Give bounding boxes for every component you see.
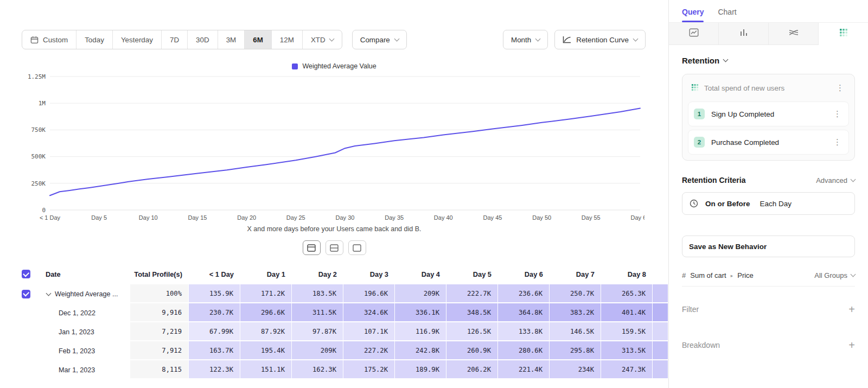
retention-value-cell: 209K	[395, 284, 446, 303]
column-header-total[interactable]: Total Profile(s)	[130, 264, 189, 284]
row-checkbox[interactable]	[22, 290, 30, 298]
range-12m[interactable]: 12M	[272, 30, 303, 49]
range-7d[interactable]: 7D	[162, 30, 188, 49]
metrics-chart-icon	[689, 28, 699, 39]
table-row: Feb 1, 20237,912163.7K195.4K209K227.2K24…	[0, 341, 668, 360]
x-axis-tick: Day 30	[336, 214, 355, 221]
measurement-property-row[interactable]: # Sum of cart ▸ Price All Groups	[682, 265, 855, 287]
column-header-day[interactable]: Day 8	[601, 264, 653, 284]
chart-type-button[interactable]: Retention Curve	[554, 30, 646, 49]
x-axis-tick: Day 25	[286, 214, 305, 221]
retention-section-header[interactable]: Retention	[682, 56, 855, 65]
date-range-control: CustomTodayYesterday7D30D3M6M12MXTD	[22, 30, 342, 49]
total-profiles-cell: 7,219	[130, 322, 189, 341]
x-axis-tick: Day 45	[483, 214, 502, 221]
row-label[interactable]: Feb 1, 2023	[46, 341, 130, 360]
range-xtd[interactable]: XTD	[303, 30, 342, 49]
expand-chevron-icon[interactable]	[46, 290, 52, 296]
x-axis-tick: Day 60	[631, 214, 644, 221]
retention-value-cell: 116.9K	[395, 322, 446, 341]
row-label[interactable]: Dec 1, 2022	[46, 303, 130, 322]
save-as-new-behavior-button[interactable]: Save as New Behavior	[682, 236, 855, 257]
retention-value-cell-clipped	[653, 303, 668, 322]
spacer	[0, 284, 22, 303]
column-header-day[interactable]: Day 2	[292, 264, 343, 284]
chart-type-tabs	[669, 22, 868, 45]
column-header-day[interactable]: Day 5	[446, 264, 498, 284]
table-row: Dec 1, 20229,916230.7K296.6K311.5K324.6K…	[0, 303, 668, 322]
spacer	[0, 322, 22, 341]
chevron-down-icon	[394, 36, 399, 41]
kebab-menu-icon[interactable]: ⋮	[832, 109, 843, 119]
chevron-down-icon	[535, 36, 541, 41]
column-header-day[interactable]: Day 7	[550, 264, 601, 284]
range-30d[interactable]: 30D	[188, 30, 218, 49]
table-row: Mar 1, 20238,115122.3K151.1K162.3K175.2K…	[0, 360, 668, 379]
retention-value-cell-clipped	[653, 322, 668, 341]
spacer	[0, 360, 22, 379]
column-header-date[interactable]: Date	[46, 264, 130, 284]
column-header-day[interactable]: Day 1	[240, 264, 292, 284]
chart-type-tab-metrics-chart[interactable]	[669, 23, 719, 45]
row-checkbox-cell	[22, 284, 46, 303]
retention-value-cell: 234K	[550, 360, 601, 379]
retention-window-control[interactable]: On or Before Each Day	[682, 192, 855, 215]
retention-value-cell: 383.2K	[550, 303, 601, 322]
chart-type-tab-bar-chart[interactable]	[719, 23, 769, 45]
retention-value-cell: 126.5K	[446, 322, 498, 341]
range-6m[interactable]: 6M	[245, 30, 272, 49]
add-filter-button[interactable]: +	[848, 304, 855, 315]
range-today[interactable]: Today	[76, 30, 113, 49]
tab-query[interactable]: Query	[682, 8, 704, 22]
query-sidebar: Query Chart Retention Total spend of new…	[668, 0, 868, 388]
layout-half-rows-button[interactable]	[326, 240, 343, 255]
retention-value-cell-clipped	[653, 360, 668, 379]
toolbar-right: Month Retention Curve	[503, 30, 646, 49]
range-label: Custom	[43, 36, 68, 44]
all-groups-dropdown[interactable]: All Groups	[814, 271, 855, 279]
add-breakdown-button[interactable]: +	[848, 340, 855, 351]
column-header-day[interactable]: Day 3	[343, 264, 395, 284]
chart-type-tab-retention-grid[interactable]	[819, 23, 868, 45]
behavior-step[interactable]: 2Purchase Completed⋮	[688, 130, 849, 155]
select-all-checkbox[interactable]	[22, 270, 30, 278]
granularity-button[interactable]: Month	[503, 30, 548, 49]
row-label[interactable]: Weighted Average ...	[46, 284, 130, 303]
retention-value-cell: 250.7K	[550, 284, 601, 303]
sidebar-body: Retention Total spend of new users ⋮ 1Si…	[669, 56, 868, 351]
chart-type-tab-flow-chart[interactable]	[769, 23, 819, 45]
bar-chart-icon	[739, 28, 748, 39]
x-axis-tick: < 1 Day	[40, 214, 61, 221]
layout-split-rows-button[interactable]	[303, 240, 321, 255]
series-line[interactable]	[50, 108, 640, 195]
column-header-day[interactable]: < 1 Day	[189, 264, 240, 284]
advanced-dropdown[interactable]: Advanced	[816, 176, 855, 185]
clipped-column-header	[653, 264, 668, 284]
table-header-row: DateTotal Profile(s)< 1 DayDay 1Day 2Day…	[0, 264, 668, 284]
tab-chart[interactable]: Chart	[718, 8, 736, 22]
row-label[interactable]: Mar 1, 2023	[46, 360, 130, 379]
behavior-step[interactable]: 1Sign Up Completed⋮	[688, 101, 849, 126]
retention-value-cell: 107.1K	[343, 322, 395, 341]
kebab-menu-icon[interactable]: ⋮	[834, 83, 846, 93]
chart-legend: Weighted Average Value	[0, 62, 668, 70]
retention-value-cell: 336.1K	[395, 303, 446, 322]
column-header-day[interactable]: Day 4	[395, 264, 446, 284]
retention-value-cell: 313.5K	[601, 341, 653, 360]
compare-button[interactable]: Compare	[352, 30, 407, 49]
row-label[interactable]: Jan 1, 2023	[46, 322, 130, 341]
chart-type-label: Retention Curve	[576, 36, 629, 44]
column-header-day[interactable]: Day 6	[498, 264, 550, 284]
on-or-before-label: On or Before	[705, 200, 750, 208]
step-number-badge: 2	[694, 137, 705, 148]
property-name: Sum of cart	[690, 271, 726, 279]
layout-full-button[interactable]	[348, 240, 366, 255]
range-3m[interactable]: 3M	[218, 30, 245, 49]
spacer	[0, 303, 22, 322]
x-axis-tick: Day 50	[532, 214, 551, 221]
kebab-menu-icon[interactable]: ⋮	[832, 137, 843, 147]
retention-value-cell: 196.6K	[343, 284, 395, 303]
range-custom[interactable]: Custom	[22, 30, 76, 49]
behavior-card: Total spend of new users ⋮ 1Sign Up Comp…	[682, 74, 855, 161]
range-yesterday[interactable]: Yesterday	[113, 30, 162, 49]
